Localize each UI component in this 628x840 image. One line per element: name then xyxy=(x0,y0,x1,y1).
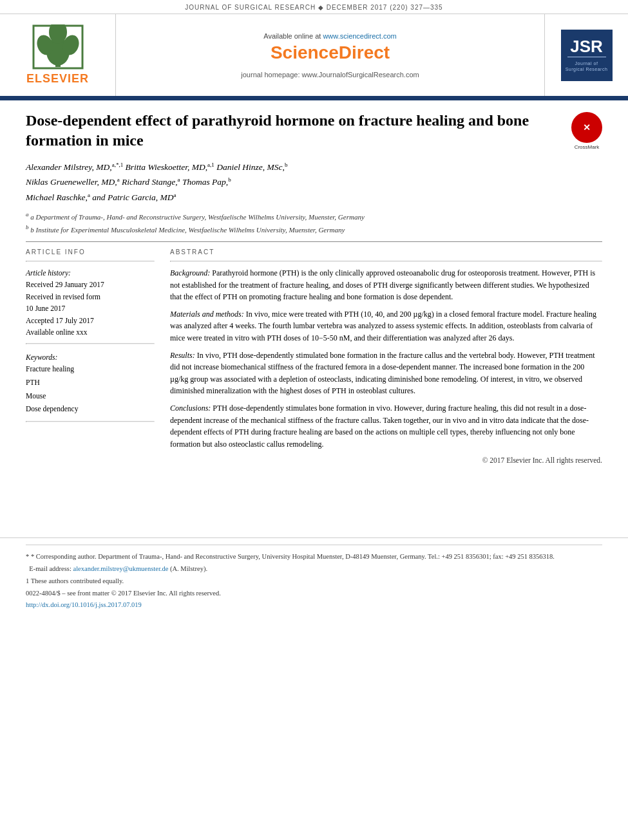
affiliation-b: b b Institute for Experimental Musculosk… xyxy=(26,223,602,235)
email-line: E-mail address: alexander.milstrey@ukmue… xyxy=(26,564,602,575)
author-milstrey: Alexander Milstrey, MD,a,*,1 Britta Wies… xyxy=(26,162,287,172)
copyright: © 2017 Elsevier Inc. All rights reserved… xyxy=(170,455,602,467)
keywords-label: Keywords: xyxy=(26,353,57,361)
background-text: Parathyroid hormone (PTH) is the only cl… xyxy=(170,268,595,301)
jsr-subtitle: Journal ofSurgical Research xyxy=(566,61,608,72)
page-container: JOURNAL OF SURGICAL RESEARCH ◆ DECEMBER … xyxy=(0,0,628,840)
article-info-col: ARTICLE INFO Article history: Received 2… xyxy=(26,248,155,467)
spacer xyxy=(0,480,628,531)
equal-note: 1 These authors contributed equally. xyxy=(26,576,602,587)
results-text: In vivo, PTH dose-dependently stimulated… xyxy=(170,351,595,396)
abstract-materials: Materials and methods: In vivo, mice wer… xyxy=(170,308,602,344)
elsevier-name: ELSEVIER xyxy=(26,72,89,86)
article-history: Article history: Received 29 January 201… xyxy=(26,267,155,338)
jsr-logo-box: JSR Journal ofSurgical Research xyxy=(544,14,628,96)
background-label: Background: xyxy=(170,268,210,277)
author-grueneweller: Niklas Grueneweller, MD,a Richard Stange… xyxy=(26,177,231,187)
main-content: ✕ CrossMark Dose-dependent effect of par… xyxy=(0,100,628,480)
jsr-badge: JSR Journal ofSurgical Research xyxy=(561,30,613,81)
received-date: Received 29 January 2017 xyxy=(26,279,155,290)
keyword-2: PTH xyxy=(26,376,155,389)
doi-link[interactable]: http://dx.doi.org/10.1016/j.jss.2017.07.… xyxy=(26,601,142,608)
info-divider-top xyxy=(26,261,155,262)
footer-divider xyxy=(26,545,602,545)
history-label: Article history: xyxy=(26,269,71,277)
materials-label: Materials and methods: xyxy=(170,310,244,319)
elsevier-logo-box: ELSEVIER xyxy=(0,14,116,96)
abstract-divider xyxy=(170,261,602,262)
crossmark-svg: ✕ xyxy=(578,118,596,136)
article-info-header: ARTICLE INFO xyxy=(26,248,155,256)
section-divider xyxy=(26,241,602,242)
journal-header: ELSEVIER Available online at www.science… xyxy=(0,14,628,98)
journal-header-bar: JOURNAL OF SURGICAL RESEARCH ◆ DECEMBER … xyxy=(0,0,628,14)
abstract-content: Background: Parathyroid hormone (PTH) is… xyxy=(170,267,602,467)
abstract-results: Results: In vivo, PTH dose-dependently s… xyxy=(170,350,602,397)
corresponding-note-text: * Corresponding author. Department of Tr… xyxy=(31,553,555,560)
svg-text:✕: ✕ xyxy=(583,122,591,133)
sciencedirect-logo: ScienceDirect xyxy=(271,42,390,63)
received-revised-label: Received in revised form xyxy=(26,291,155,303)
title-section: ✕ CrossMark Dose-dependent effect of par… xyxy=(26,111,602,160)
jsr-letters: JSR xyxy=(570,38,603,55)
results-label: Results: xyxy=(170,351,195,360)
crossmark-label: CrossMark xyxy=(571,144,602,150)
elsevier-tree-icon xyxy=(32,24,84,70)
sciencedirect-url-text: www.sciencedirect.com xyxy=(323,32,396,40)
abstract-header: ABSTRACT xyxy=(170,248,602,256)
received-revised-date: 10 June 2017 xyxy=(26,303,155,314)
accepted-date: Accepted 17 July 2017 xyxy=(26,315,155,326)
keyword-3: Mouse xyxy=(26,389,155,403)
info-divider-mid xyxy=(26,343,155,344)
affiliation-a: a a Department of Trauma-, Hand- and Rec… xyxy=(26,210,602,222)
article-title: Dose-dependent effect of parathyroid hor… xyxy=(26,111,602,151)
doi-link-line: http://dx.doi.org/10.1016/j.jss.2017.07.… xyxy=(26,600,602,611)
sciencedirect-name: ScienceDirect xyxy=(271,42,390,62)
journal-header-text: JOURNAL OF SURGICAL RESEARCH ◆ DECEMBER … xyxy=(185,4,442,11)
footer-area: * * Corresponding author. Department of … xyxy=(0,537,628,622)
conclusions-label: Conclusions: xyxy=(170,404,211,413)
crossmark-icon: ✕ xyxy=(571,112,602,143)
email-label: E-mail address: xyxy=(29,565,71,572)
abstract-col: ABSTRACT Background: Parathyroid hormone… xyxy=(170,248,602,467)
two-col-layout: ARTICLE INFO Article history: Received 2… xyxy=(26,248,602,467)
crossmark-area: ✕ CrossMark xyxy=(571,112,602,150)
author-raschke: Michael Raschke,a and Patric Garcia, MDa xyxy=(26,192,176,202)
doi-info: 0022-4804/$ – see front matter © 2017 El… xyxy=(26,588,602,599)
affiliations: a a Department of Trauma-, Hand- and Rec… xyxy=(26,210,602,235)
info-divider-bot xyxy=(26,421,155,422)
authors-section: Alexander Milstrey, MD,a,*,1 Britta Wies… xyxy=(26,160,602,205)
keyword-1: Fracture healing xyxy=(26,362,155,376)
abstract-background: Background: Parathyroid hormone (PTH) is… xyxy=(170,267,602,303)
journal-center: Available online at www.sciencedirect.co… xyxy=(116,14,544,96)
conclusions-text: PTH dose-dependently stimulates bone for… xyxy=(170,404,589,449)
abstract-conclusions: Conclusions: PTH dose-dependently stimul… xyxy=(170,402,602,450)
available-online: Available online xxx xyxy=(26,326,155,338)
available-online-text: Available online at www.sciencedirect.co… xyxy=(263,32,396,40)
corresponding-note: * * Corresponding author. Department of … xyxy=(26,552,602,563)
keywords-section: Keywords: Fracture healing PTH Mouse Dos… xyxy=(26,352,155,416)
email-suffix: (A. Milstrey). xyxy=(170,565,207,572)
journal-homepage: journal homepage: www.JournalofSurgicalR… xyxy=(241,71,419,79)
email-link[interactable]: alexander.milstrey@ukmuenster.de xyxy=(73,565,168,572)
keyword-4: Dose dependency xyxy=(26,402,155,416)
